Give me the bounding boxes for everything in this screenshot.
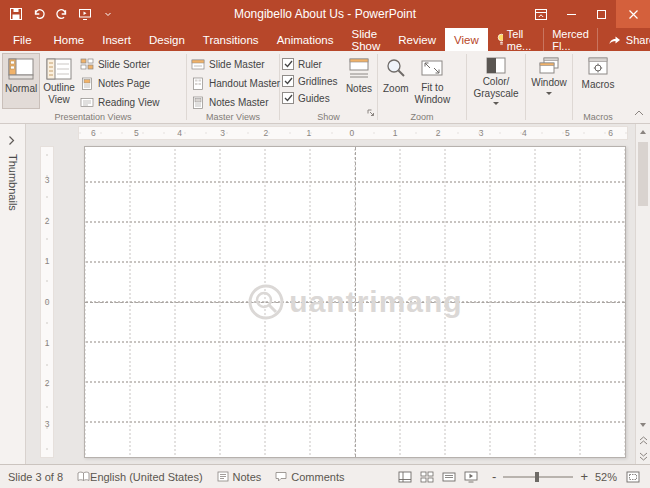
ribbon-display-options-button[interactable] (526, 0, 556, 28)
ruler-number: 0 (45, 297, 50, 307)
group-show: Ruler Gridlines Guides Notes Show (280, 51, 377, 123)
notes-master-button[interactable]: Notes Master (189, 95, 282, 110)
outline-view-icon (46, 57, 72, 80)
reading-view-label: Reading View (98, 97, 160, 108)
notes-label: Notes (346, 83, 372, 95)
share-label: Share (626, 34, 650, 46)
color-grayscale-button[interactable]: Color/Grayscale (470, 53, 521, 109)
close-button[interactable] (616, 0, 650, 28)
color-grayscale-label: Color/ (483, 76, 510, 88)
tab-slide-show[interactable]: Slide Show (343, 28, 390, 51)
spell-check-button[interactable] (77, 471, 90, 482)
fit-slide-to-window-button[interactable] (624, 468, 642, 486)
minimize-button[interactable] (556, 0, 586, 28)
tab-view[interactable]: View (445, 28, 488, 51)
macros-button[interactable]: Macros (579, 53, 618, 109)
view-sorter-icon (420, 471, 434, 483)
show-dialog-launcher[interactable] (367, 103, 375, 121)
scroll-up-button[interactable] (636, 124, 650, 139)
start-slideshow-icon (78, 7, 92, 21)
quick-access-toolbar (0, 4, 118, 24)
account-name[interactable]: Merced Fl... (543, 28, 597, 51)
ruler-number: 5 (565, 128, 570, 138)
zoom-in-button[interactable]: + (580, 470, 588, 483)
tab-home[interactable]: Home (45, 28, 94, 51)
scroll-down-icon (640, 423, 646, 427)
guides-checkbox[interactable]: Guides (282, 92, 343, 104)
gridlines-checkbox-label: Gridlines (298, 76, 337, 87)
notes-button[interactable]: Notes (343, 53, 375, 109)
slide-sorter-button[interactable]: Slide Sorter (78, 57, 162, 72)
outline-view-button[interactable]: OutlineView (40, 53, 78, 109)
share-button[interactable]: Share (597, 28, 650, 51)
horizontal-guide[interactable] (85, 302, 625, 303)
slide-indicator[interactable]: Slide 3 of 8 (8, 471, 63, 483)
slide-master-icon (191, 58, 205, 71)
notes-master-icon (191, 96, 205, 109)
scroll-down-button[interactable] (636, 417, 650, 432)
ruler-number: 1 (45, 256, 50, 266)
normal-view-shortcut[interactable] (394, 468, 416, 486)
zoom-level[interactable]: 52% (595, 471, 617, 483)
slide-sorter-shortcut[interactable] (416, 468, 438, 486)
notes-page-button[interactable]: Notes Page (78, 76, 162, 91)
tab-animations[interactable]: Animations (268, 28, 343, 51)
notes-status-button[interactable]: Notes (217, 471, 262, 483)
ruler-checkbox[interactable]: Ruler (282, 58, 343, 70)
view-normal-icon (398, 471, 412, 483)
zoom-slider-thumb[interactable] (535, 472, 539, 482)
customize-qat-button[interactable] (98, 4, 118, 24)
group-label-show: Show (280, 112, 377, 122)
tell-me-label: Tell me... (507, 28, 535, 52)
tab-review[interactable]: Review (389, 28, 445, 51)
undo-button[interactable] (29, 4, 49, 24)
ruler-checkbox-label: Ruler (298, 59, 322, 70)
thumbnails-panel-collapsed[interactable]: Thumbnails (0, 124, 26, 464)
thumbnails-panel-label: Thumbnails (7, 154, 19, 211)
slide-master-button[interactable]: Slide Master (189, 57, 282, 72)
ruler-number: 1 (306, 128, 311, 138)
slideshow-shortcut[interactable] (460, 468, 482, 486)
zoom-slider[interactable] (503, 476, 573, 478)
dropdown-arrow-icon (546, 92, 552, 95)
tab-file[interactable]: File (0, 28, 45, 51)
slide-canvas[interactable]: uantrimang (84, 146, 626, 458)
vertical-scrollbar[interactable] (635, 124, 650, 464)
tab-design[interactable]: Design (140, 28, 194, 51)
collapse-ribbon-button[interactable] (634, 102, 644, 120)
window-button[interactable]: Window (528, 53, 570, 109)
tell-me-box[interactable]: Tell me... (488, 28, 543, 51)
fit-to-window-button[interactable]: Fit toWindow (412, 53, 454, 109)
ruler-number: 1 (45, 338, 50, 348)
previous-slide-button[interactable] (636, 433, 650, 448)
scrollbar-thumb[interactable] (638, 142, 648, 206)
reading-view-shortcut[interactable] (438, 468, 460, 486)
zoom-button[interactable]: Zoom (380, 53, 412, 109)
language-status[interactable]: English (United States) (90, 471, 203, 483)
expand-thumbnails-button[interactable] (8, 132, 15, 150)
window-icon (538, 57, 560, 75)
fit-slide-icon (626, 471, 640, 483)
ribbon: Normal OutlineView Slide Sorter Notes Pa… (0, 51, 650, 124)
save-button[interactable] (6, 4, 26, 24)
normal-view-label: Normal (5, 83, 37, 95)
share-icon (608, 34, 621, 45)
ruler-number: 3 (45, 175, 50, 185)
handout-master-button[interactable]: Handout Master (189, 76, 282, 91)
normal-view-button[interactable]: Normal (2, 53, 40, 109)
reading-view-button[interactable]: Reading View (78, 95, 162, 110)
ruler-number: 3 (220, 128, 225, 138)
tab-transitions[interactable]: Transitions (194, 28, 268, 51)
gridlines-checkbox[interactable]: Gridlines (282, 75, 343, 87)
tab-insert[interactable]: Insert (93, 28, 140, 51)
handout-master-label: Handout Master (209, 78, 280, 89)
group-master-views: Slide Master Handout Master Notes Master… (187, 51, 279, 123)
redo-button[interactable] (52, 4, 72, 24)
comments-status-button[interactable]: Comments (275, 471, 344, 483)
next-slide-button[interactable] (636, 449, 650, 464)
zoom-out-button[interactable]: - (492, 470, 496, 483)
start-slideshow-button[interactable] (75, 4, 95, 24)
maximize-button[interactable] (586, 0, 616, 28)
group-label-zoom: Zoom (378, 112, 466, 122)
dropdown-arrow-icon (493, 102, 499, 105)
